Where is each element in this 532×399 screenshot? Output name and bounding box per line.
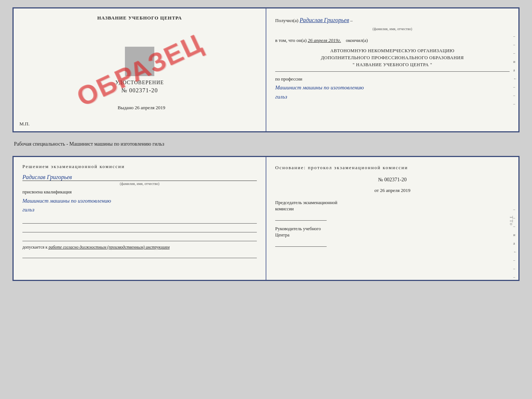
inthat-date: 26 апреля 2019г.	[308, 38, 341, 43]
head-block: Руководитель учебного Центра	[275, 226, 510, 247]
допускается-block: допускается к работе согласно должностны…	[22, 245, 257, 249]
chairman-sig-line	[275, 214, 327, 221]
head-line2: Центра	[275, 232, 290, 238]
chairman-block: Председатель экзаменационной комиссии	[275, 200, 510, 221]
marker-4: –	[513, 84, 517, 90]
marker-а: а	[513, 67, 517, 73]
marker-и: и	[513, 58, 517, 65]
profession-label: по профессии	[275, 75, 510, 83]
inthat-prefix: в том, что он(а)	[275, 38, 307, 43]
b-marker-arrow: ←	[513, 249, 517, 255]
specialty-label: Рабочая специальность - Машинист машины …	[12, 139, 520, 149]
received-name: Радислав Григорьев	[299, 17, 349, 23]
org-block: АВТОНОМНУЮ НЕКОММЕРЧЕСКУЮ ОРГАНИЗАЦИЮ ДО…	[275, 47, 510, 68]
b-marker-а: а	[513, 240, 517, 246]
received-dash: –	[350, 18, 353, 23]
org-line3: " НАЗВАНИЕ УЧЕБНОГО ЦЕНТРА "	[275, 61, 510, 68]
profession-hw1: Машинист машины по изготовлению	[275, 83, 510, 93]
finished-label: окончил(а)	[346, 38, 368, 43]
right-markers-top: – – – и а ← – – –	[513, 33, 517, 107]
blank-line-bottom	[22, 252, 257, 258]
proto-date-value: 26 апреля 2019	[380, 188, 410, 193]
marker-3: –	[513, 50, 517, 56]
qual-hw1: Машинист машины по изготовлению	[22, 196, 257, 205]
marker-1: –	[513, 33, 517, 39]
bottom-document: Решением экзаменационной комиссии Радисл…	[12, 156, 520, 281]
photo-placeholder	[125, 47, 154, 76]
proto-date-prefix: от	[374, 188, 379, 193]
school-name-top: НАЗВАНИЕ УЧЕБНОГО ЦЕНТРА	[97, 15, 182, 21]
proto-number: № 002371-20	[275, 175, 510, 184]
qual-hw2: гильз	[22, 205, 257, 214]
org-underline	[275, 71, 510, 72]
bottom-doc-left: Решением экзаменационной комиссии Радисл…	[14, 157, 266, 280]
chairman-line2: комиссии	[275, 206, 294, 211]
b-marker-4: –	[513, 257, 517, 263]
допускается-text: работе согласно должностным (производств…	[48, 245, 169, 249]
blank-line-3	[22, 235, 257, 241]
person-name: Радислав Григорьев	[22, 174, 72, 180]
person-name-block: Радислав Григорьев (фамилия, имя, отчест…	[22, 174, 257, 186]
mp-label: М.П.	[19, 121, 29, 127]
b-marker-6: –	[513, 274, 517, 280]
cert-number: № 002371-20	[115, 87, 164, 94]
name-underline: Радислав Григорьев	[22, 174, 257, 181]
chairman-line1: Председатель экзаменационной	[275, 200, 337, 205]
qual-handwritten: Машинист машины по изготовлению гильз	[22, 196, 257, 214]
inthat-line: в том, что он(а) 26 апреля 2019г. окончи…	[275, 36, 510, 44]
osnov-title: Основание: протокол экзаменационной коми…	[275, 164, 510, 172]
org-line1: АВТОНОМНУЮ НЕКОММЕРЧЕСКУЮ ОРГАНИЗАЦИЮ	[275, 47, 510, 54]
issued-label: Выдано	[118, 105, 133, 110]
cert-block: УДОСТОВЕРЕНИЕ № 002371-20	[115, 43, 164, 94]
head-sig-line	[275, 240, 327, 247]
org-line2: ДОПОЛНИТЕЛЬНОГО ПРОФЕССИОНАЛЬНОГО ОБРАЗО…	[275, 54, 510, 61]
issued-line: Выдано 26 апреля 2019	[114, 105, 165, 111]
bottom-doc-right: Основание: протокол экзаменационной коми…	[266, 157, 518, 280]
received-line: Получил(а) Радислав Григорьев – (фамилия…	[275, 15, 510, 32]
profession-line: по профессии Машинист машины по изготовл…	[275, 75, 510, 102]
fio-hint-top: (фамилия, имя, отчество)	[275, 26, 510, 32]
blank-line-1	[22, 217, 257, 224]
b-marker-1: –	[513, 206, 517, 213]
profession-hw2: гильз	[275, 92, 510, 102]
cert-label: УДОСТОВЕРЕНИЕ	[115, 80, 164, 86]
marker-5: –	[513, 92, 517, 99]
issued-date: 26 апреля 2019	[135, 105, 165, 110]
head-line1: Руководитель учебного	[275, 226, 321, 231]
marker-2: –	[513, 42, 517, 48]
proto-date: от 26 апреля 2019	[275, 186, 510, 195]
marker-arrow: ←	[513, 75, 517, 82]
chairman-title: Председатель экзаменационной комиссии	[275, 200, 510, 213]
page-container: НАЗВАНИЕ УЧЕБНОГО ЦЕНТРА ОБРАЗЕЦ УДОСТОВ…	[12, 7, 520, 281]
fio-hint-bottom: (фамилия, имя, отчество)	[22, 182, 257, 186]
top-doc-right: Получил(а) Радислав Григорьев – (фамилия…	[266, 8, 518, 131]
blank-lines	[22, 217, 257, 241]
head-title: Руководитель учебного Центра	[275, 226, 510, 239]
top-doc-left: НАЗВАНИЕ УЧЕБНОГО ЦЕНТРА ОБРАЗЕЦ УДОСТОВ…	[14, 8, 266, 131]
blank-line-2	[22, 226, 257, 232]
commission-decision: Решением экзаменационной комиссии	[22, 164, 257, 170]
tto-text: TTo	[507, 216, 515, 226]
marker-6: –	[513, 101, 517, 107]
b-marker-5: –	[513, 266, 517, 272]
допускается-prefix: допускается к	[22, 245, 47, 249]
received-prefix: Получил(а)	[275, 18, 298, 23]
b-marker-и: и	[513, 232, 517, 238]
assigned-qual-label: присвоена квалификация	[22, 189, 257, 195]
top-document: НАЗВАНИЕ УЧЕБНОГО ЦЕНТРА ОБРАЗЕЦ УДОСТОВ…	[12, 7, 520, 132]
